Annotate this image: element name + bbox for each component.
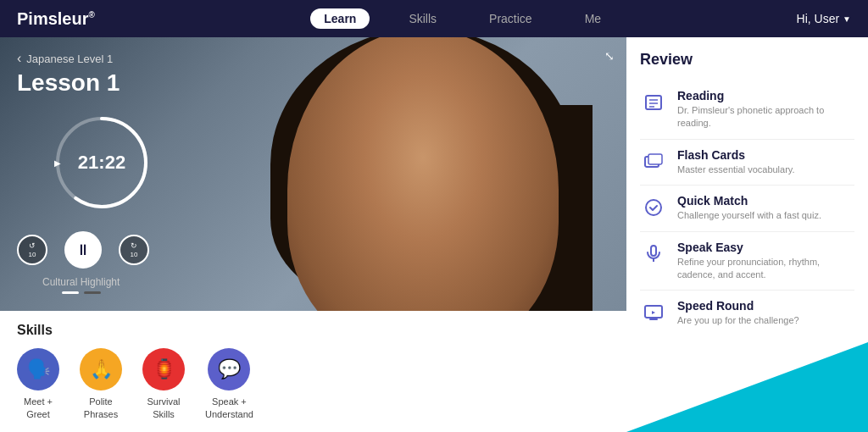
review-speakeasy[interactable]: Speak Easy Refine your pronunciation, rh… <box>640 232 854 291</box>
timer-circle: ▶ 21:22 <box>51 112 153 213</box>
review-reading[interactable]: Reading Dr. Pimsleur's phonetic approach… <box>640 80 854 140</box>
review-reading-desc: Dr. Pimsleur's phonetic approach to read… <box>677 104 854 130</box>
review-flashcards-name: Flash Cards <box>677 148 854 162</box>
skill-icon-speak: 💬 <box>208 348 250 390</box>
cultural-highlight-label: Cultural Highlight <box>42 276 120 294</box>
review-flashcards[interactable]: Flash Cards Master essential vocabulary. <box>640 140 854 186</box>
skill-icon-meet-greet: 🗣️ <box>17 348 59 390</box>
lesson-title: Lesson 1 <box>17 69 609 97</box>
flashcards-icon <box>640 148 667 175</box>
skills-list: 🗣️ Meet +Greet 🙏 PolitePhrases 🏮 Surviva… <box>17 348 609 420</box>
nav-skills[interactable]: Skills <box>395 8 450 29</box>
skill-speak-understand[interactable]: 💬 Speak +Understand <box>205 348 253 420</box>
lesson-level-text: Japanese Level 1 <box>26 53 113 65</box>
review-speedround[interactable]: Speed Round Are you up for the challenge… <box>640 291 854 335</box>
skill-label-polite: PolitePhrases <box>84 396 118 420</box>
speakeasy-icon <box>640 241 667 268</box>
review-speedround-desc: Are you up for the challenge? <box>677 314 854 327</box>
review-quickmatch-text: Quick Match Challenge yourself with a fa… <box>677 194 854 222</box>
review-quickmatch-name: Quick Match <box>677 194 854 208</box>
pause-button[interactable]: ⏸ <box>64 231 102 269</box>
review-speedround-text: Speed Round Are you up for the challenge… <box>677 299 854 327</box>
review-quickmatch[interactable]: Quick Match Challenge yourself with a fa… <box>640 186 854 231</box>
skill-survival[interactable]: 🏮 SurvivalSkills <box>142 348 185 420</box>
timer-area: ▶ 21:22 <box>0 112 626 213</box>
svg-rect-9 <box>651 246 656 256</box>
main-content: ⤡ Japanese Level 1 Lesson 1 <box>0 37 868 432</box>
quickmatch-icon <box>640 194 667 221</box>
skills-title: Skills <box>17 323 609 338</box>
review-speakeasy-text: Speak Easy Refine your pronunciation, rh… <box>677 241 854 282</box>
skill-icon-polite: 🙏 <box>80 348 122 390</box>
user-greeting-text: Hi, User <box>797 12 840 25</box>
dot-2 <box>84 291 101 294</box>
reading-icon <box>640 89 667 116</box>
skill-label-survival: SurvivalSkills <box>147 396 180 420</box>
nav-learn[interactable]: Learn <box>310 8 370 29</box>
review-flashcards-desc: Master essential vocabulary. <box>677 163 854 176</box>
review-reading-text: Reading Dr. Pimsleur's phonetic approach… <box>677 89 854 130</box>
playback-controls: ↺10 ⏸ ↻10 <box>17 231 149 269</box>
svg-rect-7 <box>648 154 662 164</box>
main-nav: Learn Skills Practice Me <box>129 8 797 29</box>
review-reading-name: Reading <box>677 89 854 102</box>
speedround-icon <box>640 299 667 326</box>
timer-text: 21:22 <box>78 152 125 174</box>
forward-icon: ↻10 <box>131 241 138 258</box>
lesson-header: Japanese Level 1 Lesson 1 <box>0 37 626 103</box>
chevron-down-icon: ▼ <box>843 14 851 24</box>
cultural-label-text: Cultural Highlight <box>42 276 120 288</box>
forward-button[interactable]: ↻10 <box>119 235 149 265</box>
review-quickmatch-desc: Challenge yourself with a fast quiz. <box>677 209 854 222</box>
minimize-icon[interactable]: ⤡ <box>604 49 615 63</box>
review-speakeasy-desc: Refine your pronunciation, rhythm, caden… <box>677 256 854 282</box>
left-panel: ⤡ Japanese Level 1 Lesson 1 <box>0 37 626 432</box>
user-greeting[interactable]: Hi, User ▼ <box>797 12 851 25</box>
video-overlay: ⤡ Japanese Level 1 Lesson 1 <box>0 37 626 311</box>
svg-point-8 <box>646 200 661 215</box>
rewind-icon: ↺10 <box>29 241 36 258</box>
skill-meet-greet[interactable]: 🗣️ Meet +Greet <box>17 348 59 420</box>
header: Pimsleur® Learn Skills Practice Me Hi, U… <box>0 0 868 37</box>
skills-section: Skills 🗣️ Meet +Greet 🙏 PolitePhrases 🏮 … <box>0 311 626 432</box>
logo: Pimsleur® <box>17 9 95 29</box>
nav-practice[interactable]: Practice <box>476 8 546 29</box>
skill-polite-phrases[interactable]: 🙏 PolitePhrases <box>80 348 122 420</box>
video-area: ⤡ Japanese Level 1 Lesson 1 <box>0 37 626 311</box>
review-speedround-name: Speed Round <box>677 299 854 313</box>
pause-icon: ⏸ <box>75 241 91 259</box>
skill-icon-survival: 🏮 <box>142 348 185 390</box>
review-title: Review <box>640 51 854 69</box>
slide-dots <box>42 291 120 294</box>
skill-label-meet-greet: Meet +Greet <box>24 396 53 420</box>
skill-label-speak: Speak +Understand <box>205 396 253 420</box>
dot-1 <box>62 291 79 294</box>
lesson-level: Japanese Level 1 <box>17 51 609 66</box>
nav-me[interactable]: Me <box>571 8 615 29</box>
logo-text: Pimsleur <box>17 9 88 28</box>
review-flashcards-text: Flash Cards Master essential vocabulary. <box>677 148 854 176</box>
review-speakeasy-name: Speak Easy <box>677 241 854 254</box>
rewind-button[interactable]: ↺10 <box>17 235 47 265</box>
